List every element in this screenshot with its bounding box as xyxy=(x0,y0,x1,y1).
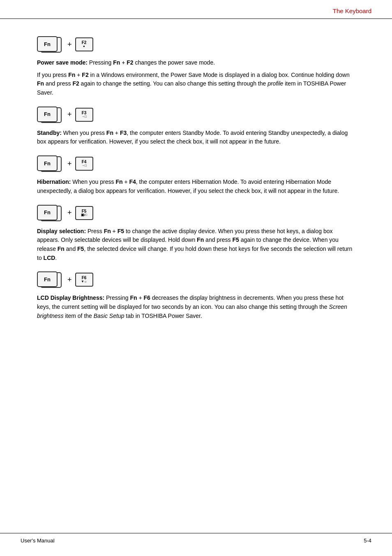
header-title: The Keyboard xyxy=(333,7,371,14)
fn-key-box-4: Fn xyxy=(37,205,58,220)
page-header: The Keyboard xyxy=(0,0,392,19)
plus-sign-3: + xyxy=(67,160,72,168)
footer-right: 5-4 xyxy=(364,537,371,544)
plus-sign-2: + xyxy=(67,110,72,119)
hibernation-section: Hibernation: When you press Fn + F4, the… xyxy=(37,178,355,195)
plus-sign-5: + xyxy=(67,276,72,284)
key-combo-standby: Fn + F3 →□ xyxy=(37,107,355,123)
fn-key-box-5: Fn xyxy=(37,271,58,287)
page-content: Fn + F2 ● Power save mode: Pressing Fn +… xyxy=(0,19,392,343)
f3-key: F3 →□ xyxy=(75,108,93,122)
key-combo-display: Fn + F5 ▣/□ xyxy=(37,205,355,221)
fn-key-box-3: Fn xyxy=(37,155,58,171)
f6-key: F6 ▼☼ xyxy=(75,273,93,287)
power-save-text2: If you press Fn + F2 in a Windows enviro… xyxy=(37,71,355,97)
power-save-section: Power save mode: Pressing Fn + F2 change… xyxy=(37,58,355,97)
key-combo-brightness: Fn + F6 ▼☼ xyxy=(37,271,355,288)
standby-text: Standby: When you press Fn + F3, the com… xyxy=(37,129,355,146)
key-combo-hibernation: Fn + F4 →□ xyxy=(37,155,355,172)
footer-left: User's Manual xyxy=(21,537,55,544)
f4-key: F4 →□ xyxy=(75,157,93,171)
fn-key-wrapper-2: Fn xyxy=(37,107,64,123)
key-combo-power-save: Fn + F2 ● xyxy=(37,36,355,53)
plus-sign-4: + xyxy=(67,208,72,217)
fn-key-box-2: Fn xyxy=(37,107,58,122)
standby-section: Standby: When you press Fn + F3, the com… xyxy=(37,129,355,146)
page-footer: User's Manual 5-4 xyxy=(0,533,392,548)
fn-key-box: Fn xyxy=(37,36,58,52)
f2-key: F2 ● xyxy=(75,37,93,51)
fn-key-wrapper-4: Fn xyxy=(37,205,64,221)
fn-key-wrapper-3: Fn xyxy=(37,155,64,172)
fn-key-wrapper-5: Fn xyxy=(37,271,64,288)
f5-key: F5 ▣/□ xyxy=(75,206,93,220)
plus-sign: + xyxy=(67,40,72,49)
power-save-text1: Power save mode: Pressing Fn + F2 change… xyxy=(37,58,355,67)
hibernation-text: Hibernation: When you press Fn + F4, the… xyxy=(37,178,355,195)
fn-key-wrapper: Fn xyxy=(37,36,64,53)
display-selection-section: Display selection: Press Fn + F5 to chan… xyxy=(37,227,355,263)
display-selection-text: Display selection: Press Fn + F5 to chan… xyxy=(37,227,355,263)
lcd-brightness-section: LCD Display Brightness: Pressing Fn + F6… xyxy=(37,294,355,320)
lcd-brightness-text: LCD Display Brightness: Pressing Fn + F6… xyxy=(37,294,355,320)
